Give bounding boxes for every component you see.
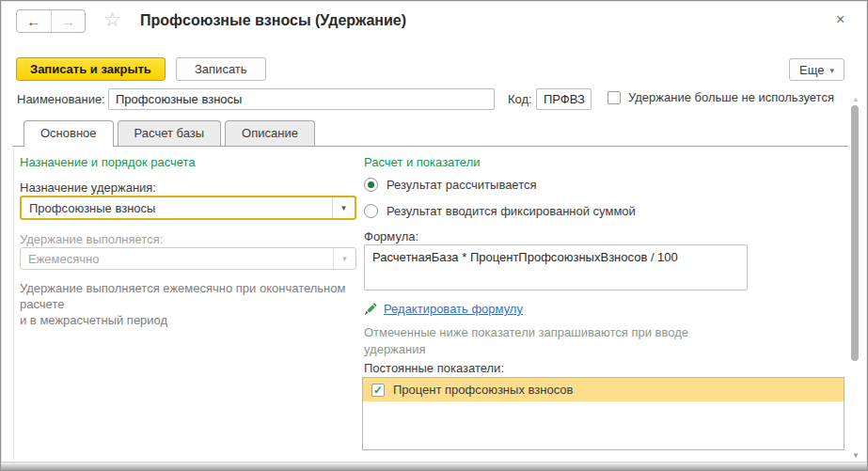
radio-result-calculated-row[interactable]: Результат рассчитывается [364, 178, 537, 192]
not-used-checkbox[interactable] [608, 91, 621, 104]
schedule-select-value: Ежемесячно [21, 252, 333, 266]
scroll-up-icon[interactable]: ▲ [850, 95, 861, 103]
formula-label: Формула: [364, 229, 418, 243]
indicators-list: Процент профсоюзных взносов [362, 377, 844, 450]
panel-left-border [13, 148, 14, 460]
radio-result-fixed-row[interactable]: Результат вводится фиксированной суммой [364, 204, 636, 218]
list-item[interactable]: Процент профсоюзных взносов [363, 378, 844, 401]
deduction-form-window: ← → ☆ Профсоюзные взносы (Удержание) × З… [0, 0, 868, 471]
tab-bar: Основное Расчет базы Описание [24, 120, 315, 147]
indicators-label: Постоянные показатели: [364, 361, 504, 375]
scroll-down-icon[interactable]: ▼ [850, 451, 861, 460]
edit-formula-link-row[interactable]: Редактировать формулу [364, 302, 523, 316]
purpose-select-value: Профсоюзные взносы [22, 201, 332, 215]
nav-history-group: ← → [16, 9, 86, 33]
code-input[interactable]: ПРФВЗ [536, 88, 592, 110]
tab-description[interactable]: Описание [225, 120, 315, 146]
edit-formula-link[interactable]: Редактировать формулу [384, 302, 523, 316]
schedule-label: Удержание выполняется: [20, 232, 163, 246]
window-bottom-edge [1, 462, 867, 470]
name-label: Наименование: [17, 92, 105, 106]
page-title: Профсоюзные взносы (Удержание) [140, 12, 406, 29]
name-input[interactable]: Профсоюзные взносы [108, 88, 495, 110]
tab-calc-base[interactable]: Расчет базы [118, 120, 222, 146]
more-button[interactable]: Еще ▾ [789, 58, 844, 81]
radio-result-calculated-label: Результат рассчитывается [387, 178, 537, 192]
back-icon[interactable]: ← [17, 10, 51, 32]
chevron-down-icon: ▾ [829, 64, 834, 75]
vertical-scrollbar[interactable] [851, 105, 859, 361]
purpose-label: Назначение удержания: [20, 181, 156, 195]
close-icon[interactable]: × [836, 11, 844, 28]
indicator-checkbox[interactable] [371, 384, 385, 397]
more-button-label: Еще [799, 63, 824, 77]
not-used-checkbox-row[interactable]: Удержание больше не используется [608, 90, 834, 104]
left-section-title: Назначение и порядок расчета [20, 155, 196, 169]
schedule-select: Ежемесячно ▾ [20, 247, 356, 270]
radio-result-calculated[interactable] [364, 178, 378, 192]
indicator-label: Процент профсоюзных взносов [393, 383, 573, 397]
tab-main[interactable]: Основное [24, 120, 114, 147]
indicators-note: Отмеченные ниже показатели запрашиваются… [364, 324, 768, 358]
chevron-down-icon: ▾ [333, 248, 355, 269]
purpose-select[interactable]: Профсоюзные взносы ▾ [20, 196, 356, 220]
pencil-icon [364, 303, 377, 316]
radio-result-fixed[interactable] [364, 204, 378, 218]
forward-icon[interactable]: → [51, 10, 86, 32]
favorite-star-icon[interactable]: ☆ [103, 8, 121, 31]
formula-input[interactable]: РасчетнаяБаза * ПроцентПрофсоюзныхВзносо… [364, 244, 748, 290]
not-used-label: Удержание больше не используется [628, 90, 834, 104]
right-section-title: Расчет и показатели [364, 155, 481, 169]
chevron-down-icon[interactable]: ▾ [332, 197, 355, 218]
save-and-close-button[interactable]: Записать и закрыть [16, 57, 166, 81]
radio-result-fixed-label: Результат вводится фиксированной суммой [387, 204, 636, 218]
schedule-note: Удержание выполняется ежемесячно при око… [20, 280, 370, 328]
save-button[interactable]: Записать [176, 57, 266, 81]
code-label: Код: [508, 92, 532, 106]
